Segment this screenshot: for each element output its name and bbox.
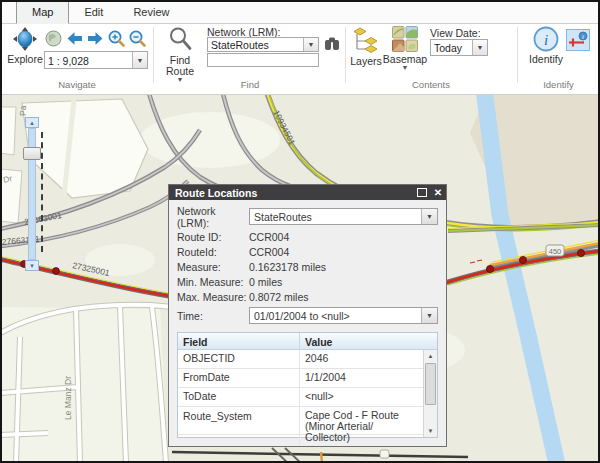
slider-up-button[interactable]: ▲ (25, 117, 39, 128)
maximize-button[interactable] (414, 185, 430, 200)
tab-map[interactable]: Map (16, 1, 69, 24)
time-value: 01/01/2004 to <null> (250, 308, 421, 323)
group-separator (345, 27, 346, 83)
cell-value: 2046 (300, 350, 423, 368)
group-separator (153, 27, 154, 83)
find-route-button[interactable]: Find Route ▼ (159, 26, 201, 83)
explore-compass-icon (12, 26, 38, 52)
field-value: 0.8072 miles (249, 291, 438, 303)
network-lrm-value: StateRoutes (208, 38, 303, 51)
binoculars-icon[interactable] (324, 36, 340, 52)
ribbon-tabstrip: Map Edit Review (0, 0, 600, 24)
basemap-button[interactable]: Basemap ▼ (385, 26, 425, 71)
scrollbar-up-arrow-icon[interactable]: ▲ (424, 350, 437, 361)
forward-arrow-icon[interactable] (86, 29, 105, 48)
cell-value: 1/1/2004 (300, 369, 423, 387)
scale-dropdown-arrow-icon[interactable]: ▼ (132, 52, 147, 68)
tab-edit[interactable]: Edit (69, 2, 118, 23)
table-row[interactable]: Route_System Cape Cod - F Route (Minor A… (178, 407, 423, 435)
cell-field: ToDate (178, 388, 300, 406)
view-date-combobox[interactable]: Today ▼ (430, 39, 488, 56)
close-icon: ✕ (434, 187, 442, 198)
cell-field: Route_System (178, 407, 300, 445)
map-scale-value: 1 : 9,028 (45, 52, 132, 68)
table-row[interactable]: FromDate 1/1/2004 (178, 369, 423, 388)
close-button[interactable]: ✕ (430, 185, 446, 200)
view-date-value: Today (431, 40, 472, 55)
dialog-network-label: Network (LRM): (177, 205, 249, 229)
slider-tick-marks (41, 132, 43, 252)
time-dropdown-arrow-icon[interactable]: ▼ (421, 308, 437, 323)
time-combobox[interactable]: 01/01/2004 to <null> ▼ (249, 307, 438, 324)
table-rows: OBJECTID 2046 FromDate 1/1/2004 ToDate <… (178, 350, 423, 437)
identify-route-locations-tool[interactable]: i (566, 29, 590, 51)
cell-value: <null> (300, 388, 423, 406)
dialog-body: Network (LRM): StateRoutes ▼ Route ID:CC… (169, 200, 446, 438)
map-land-patch (140, 112, 280, 168)
basemap-dropdown-caret-icon: ▼ (402, 65, 409, 71)
explore-button[interactable]: Explore (5, 26, 45, 65)
identify-button[interactable]: i Identify (526, 26, 566, 65)
network-lrm-combobox[interactable]: StateRoutes ▼ (207, 37, 319, 52)
street-label: Pa (18, 105, 28, 116)
group-label-contents: Contents (345, 79, 517, 90)
map-scale-combobox[interactable]: 1 : 9,028 ▼ (44, 51, 148, 69)
find-route-input[interactable] (207, 53, 319, 67)
explore-label: Explore (7, 54, 43, 65)
group-separator (517, 27, 518, 83)
identify-info-icon: i (533, 26, 559, 52)
layers-button[interactable]: Layers (349, 26, 383, 67)
dialog-network-dropdown-arrow-icon[interactable]: ▼ (421, 209, 437, 224)
layers-label: Layers (350, 56, 382, 67)
svg-text:450: 450 (549, 247, 562, 256)
time-label: Time: (177, 310, 249, 322)
globe-icon[interactable] (44, 29, 63, 48)
field-label: RouteId: (177, 246, 249, 258)
table-row[interactable]: OBJECTID 2046 (178, 350, 423, 369)
field-value: 0.1623178 miles (249, 261, 438, 273)
field-label: Min. Measure: (177, 276, 249, 288)
cell-value: Cape Cod - F Route (Minor Arterial/ Coll… (300, 407, 423, 445)
column-header-value[interactable]: Value (300, 333, 437, 349)
map-zoom-slider[interactable]: ▲ ▼ (23, 117, 43, 271)
svg-text:i: i (544, 32, 548, 48)
dialog-network-combobox[interactable]: StateRoutes ▼ (249, 208, 438, 225)
scrollbar-thumb[interactable] (425, 363, 436, 405)
svg-text:i: i (582, 33, 584, 40)
dialog-titlebar[interactable]: Route Locations ✕ (169, 185, 446, 200)
attributes-table: Field Value OBJECTID 2046 FromDate 1/1/2… (177, 332, 438, 438)
zoom-in-icon[interactable] (107, 29, 126, 48)
field-value: CCR004 (249, 231, 438, 243)
residential-area (0, 307, 168, 463)
table-row[interactable]: ToDate <null> (178, 388, 423, 407)
field-label: Measure: (177, 261, 249, 273)
route-shield-450: 450 (546, 245, 564, 256)
dialog-network-value: StateRoutes (250, 209, 421, 224)
back-arrow-icon[interactable] (65, 29, 84, 48)
zoom-out-icon[interactable] (128, 29, 147, 48)
network-dropdown-arrow-icon[interactable]: ▼ (303, 38, 318, 51)
tab-review[interactable]: Review (118, 2, 184, 23)
maximize-icon (417, 188, 427, 197)
field-value: 0 miles (249, 276, 438, 288)
slider-down-button[interactable]: ▼ (25, 260, 39, 271)
dialog-title: Route Locations (175, 187, 257, 199)
ribbon: Explore 1 : 9,028 ▼ Navigate (0, 24, 600, 95)
table-scrollbar[interactable]: ▲ ▼ (423, 350, 437, 437)
table-header: Field Value (178, 333, 437, 350)
group-label-find: Find (155, 79, 345, 90)
slider-thumb[interactable] (23, 147, 41, 160)
identify-label: Identify (529, 54, 563, 65)
app-window: Map Edit Review Explore (0, 0, 600, 463)
layers-icon (353, 26, 379, 54)
cell-field: OBJECTID (178, 350, 300, 368)
scrollbar-down-arrow-icon[interactable]: ▼ (424, 425, 437, 436)
view-date-dropdown-arrow-icon[interactable]: ▼ (472, 40, 487, 55)
field-label: Route ID: (177, 231, 249, 243)
route-locations-dialog: Route Locations ✕ Network (LRM): StateRo… (168, 184, 447, 447)
basemap-icon (392, 26, 418, 52)
column-header-field[interactable]: Field (178, 333, 300, 349)
view-date-label: View Date: (430, 27, 481, 39)
group-label-identify: Identify (517, 79, 600, 90)
magnifier-icon (168, 26, 193, 53)
